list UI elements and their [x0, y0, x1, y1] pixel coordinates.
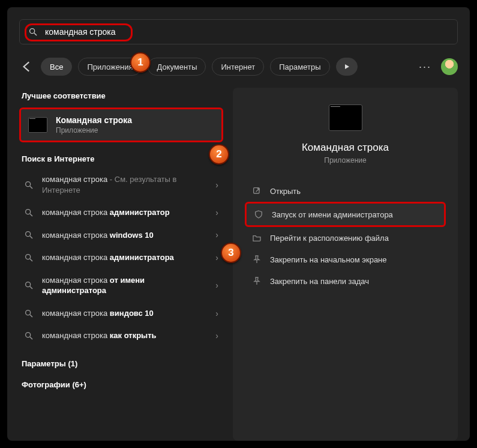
- section-settings[interactable]: Параметры (1): [22, 359, 223, 368]
- cmd-icon-large: [329, 104, 362, 131]
- search-icon: [24, 331, 34, 341]
- web-result[interactable]: командная строка windows 10›: [19, 224, 223, 247]
- section-photos[interactable]: Фотографии (6+): [22, 380, 223, 389]
- web-result-text: командная строка - См. результаты в Инте…: [42, 174, 207, 195]
- pin-icon: [252, 276, 262, 286]
- best-match-title: Командная строка: [56, 115, 132, 125]
- action-label: Запуск от имени администратора: [272, 210, 393, 219]
- action-open[interactable]: Открыть: [245, 180, 446, 202]
- best-match-subtitle: Приложение: [56, 126, 132, 135]
- web-result[interactable]: командная строка администратор›: [19, 201, 223, 224]
- svg-point-9: [26, 255, 31, 259]
- chevron-right-icon: ›: [215, 230, 218, 240]
- section-web-search: Поиск в Интернете: [22, 154, 223, 163]
- filter-all[interactable]: Все: [41, 58, 72, 76]
- svg-line-4: [30, 186, 32, 189]
- annotation-badge-1: 1: [130, 52, 151, 73]
- pin-icon: [252, 255, 262, 264]
- action-open-location[interactable]: Перейти к расположению файла: [245, 227, 446, 249]
- chevron-right-icon: ›: [215, 280, 218, 290]
- svg-line-12: [30, 286, 32, 289]
- svg-line-1: [34, 33, 37, 35]
- more-icon[interactable]: ···: [419, 61, 431, 73]
- web-result[interactable]: командная строка - См. результаты в Инте…: [19, 168, 223, 201]
- search-icon: [24, 180, 34, 190]
- svg-line-14: [30, 315, 32, 317]
- web-result-text: командная строка от имени администратора: [42, 275, 207, 296]
- search-icon: [24, 309, 34, 318]
- search-icon: [28, 27, 38, 37]
- svg-point-5: [26, 210, 31, 214]
- chevron-right-icon: ›: [215, 208, 218, 217]
- svg-point-11: [26, 282, 31, 287]
- shield-icon: [254, 210, 263, 219]
- search-input[interactable]: [45, 27, 449, 37]
- search-panel: Все Приложения Документы Интернет Параме…: [7, 7, 470, 441]
- preview-title: Командная строка: [302, 142, 389, 154]
- web-result[interactable]: командная строка как открыть›: [19, 324, 223, 347]
- action-pin-taskbar[interactable]: Закрепить на панели задач: [245, 270, 446, 292]
- web-result-text: командная строка виндовс 10: [42, 308, 207, 319]
- action-run-as-admin[interactable]: Запуск от имени администратора: [245, 202, 446, 227]
- annotation-badge-2: 2: [209, 144, 229, 165]
- web-result[interactable]: командная строка администратора›: [19, 246, 223, 269]
- svg-point-0: [30, 29, 35, 34]
- cmd-icon: [28, 117, 47, 133]
- chevron-right-icon: ›: [215, 309, 218, 318]
- annotation-badge-3: 3: [221, 243, 241, 263]
- action-pin-start[interactable]: Закрепить на начальном экране: [245, 249, 446, 270]
- svg-line-10: [30, 259, 32, 261]
- svg-point-15: [26, 333, 31, 338]
- web-result-text: командная строка windows 10: [42, 230, 207, 241]
- filter-web[interactable]: Интернет: [212, 58, 264, 76]
- avatar[interactable]: [441, 58, 458, 75]
- svg-line-8: [30, 236, 32, 238]
- preview-actions: Открыть Запуск от имени администратора: [245, 180, 446, 292]
- web-result[interactable]: командная строка виндовс 10›: [19, 302, 223, 325]
- filter-settings[interactable]: Параметры: [270, 58, 329, 76]
- web-result-text: командная строка администратора: [42, 252, 207, 263]
- svg-point-13: [26, 310, 31, 315]
- filter-more-play[interactable]: [336, 58, 358, 76]
- filter-docs[interactable]: Документы: [148, 58, 206, 76]
- web-result-text: командная строка администратор: [42, 207, 207, 218]
- folder-icon: [252, 233, 262, 243]
- svg-point-3: [26, 181, 31, 186]
- search-icon: [24, 280, 34, 290]
- action-label: Открыть: [270, 187, 301, 196]
- results-column: Лучшее соответствие Командная строка При…: [19, 88, 223, 441]
- svg-line-6: [30, 214, 32, 216]
- back-icon[interactable]: [19, 59, 35, 74]
- section-best-match: Лучшее соответствие: [22, 91, 223, 100]
- svg-line-16: [30, 337, 32, 339]
- search-icon: [24, 230, 34, 240]
- chevron-right-icon: ›: [215, 180, 218, 190]
- preview-pane: Командная строка Приложение Открыть: [233, 88, 458, 441]
- svg-point-7: [26, 232, 31, 237]
- chevron-right-icon: ›: [215, 253, 218, 262]
- search-icon: [24, 208, 34, 217]
- search-icon: [24, 253, 34, 262]
- action-label: Закрепить на панели задач: [270, 277, 369, 286]
- open-icon: [252, 186, 262, 196]
- chevron-right-icon: ›: [215, 331, 218, 341]
- best-match-item[interactable]: Командная строка Приложение: [19, 107, 223, 142]
- search-bar[interactable]: [19, 19, 458, 44]
- search-window: Все Приложения Документы Интернет Параме…: [0, 0, 477, 448]
- web-result[interactable]: командная строка от имени администратора…: [19, 269, 223, 302]
- filter-row: Все Приложения Документы Интернет Параме…: [19, 58, 458, 76]
- web-result-text: командная строка как открыть: [42, 330, 207, 341]
- action-label: Перейти к расположению файла: [270, 234, 389, 243]
- action-label: Закрепить на начальном экране: [270, 255, 387, 264]
- preview-subtitle: Приложение: [324, 156, 366, 165]
- svg-marker-2: [345, 64, 349, 69]
